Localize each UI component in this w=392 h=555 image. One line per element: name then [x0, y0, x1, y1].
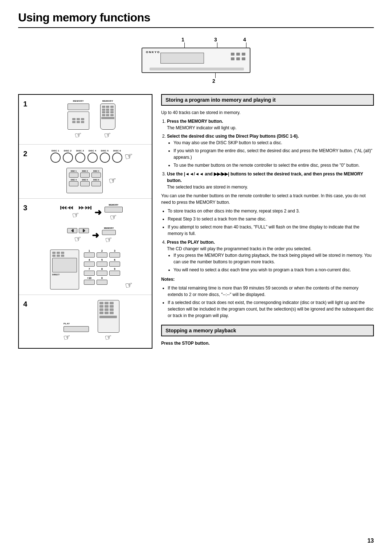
disc-btn-6: DISC 6 — [112, 150, 122, 163]
callout-line-3 — [217, 42, 217, 48]
storing-intro: Up to 40 tracks can be stored in memory. — [161, 109, 374, 116]
storing-section-header: Storing a program into memory and playin… — [161, 94, 374, 106]
step-4-section: 4 PLAY ☞ — [19, 295, 152, 347]
disc-btn-5: DISC 5 — [100, 150, 110, 163]
callout-2: 2 — [212, 78, 215, 84]
step-1-number: 1 — [23, 100, 32, 108]
step-4-detail: The CD changer will play the programmed … — [167, 246, 311, 251]
device-btn — [236, 57, 240, 60]
memory-label-step3b: MEMORY — [104, 227, 114, 229]
hand-pointer-2b: ☞ — [108, 175, 117, 185]
step-2-section: 2 DISC 1 DISC 2 DISC 3 — [19, 145, 152, 199]
arrow-right-1: ➜ — [94, 207, 102, 218]
disc-btn-3: DISC 3 — [75, 150, 85, 163]
callout-4: 4 — [243, 37, 246, 42]
hand-pointer-3a: ☞ — [72, 210, 80, 219]
device-body: ONKYO — [142, 48, 250, 73]
main-content: 1 MEMORY — [18, 94, 374, 349]
device-bottom-bar — [150, 68, 244, 70]
step-2-diagram: DISC 1 DISC 2 DISC 3 DISC 4 — [36, 150, 147, 193]
step-4-list: Press the PLAY button. The CD changer wi… — [161, 239, 374, 273]
step-3-diagram: / / — [36, 204, 147, 289]
storing-instructions: Up to 40 tracks can be stored in memory.… — [161, 109, 374, 319]
step-1-detail: The MEMORY indicator will light up. — [167, 125, 237, 130]
title-divider — [18, 27, 374, 28]
memory-btn-step3b — [102, 230, 116, 235]
stopping-instruction: Press the STOP button. — [161, 340, 374, 347]
hand-pointer-1a: ☞ — [74, 130, 83, 139]
memory-label-remote: MEMORY — [102, 100, 113, 102]
page-title: Using memory functions — [18, 11, 374, 24]
remote-step4 — [98, 300, 119, 333]
notes-list: If the total remaining time is more than… — [161, 285, 374, 319]
device-mini-step3: DIRECT — [50, 250, 79, 289]
device-buttons-right — [231, 53, 246, 61]
step3-extra-intro: You can use the number buttons on the re… — [161, 193, 374, 206]
step-2-bullets: You may also use the DISC SKIP button to… — [167, 139, 374, 169]
callout-1: 1 — [181, 37, 184, 42]
step3-device-keypad: DIRECT 1 2 — [36, 250, 147, 289]
step-1-li: Press the MEMORY button. The MEMORY indi… — [167, 118, 374, 131]
hand-pointer-3e: ☞ — [124, 280, 134, 290]
step-4-bullets: If you press the MEMORY button during pl… — [167, 252, 374, 273]
step-3-li: Use the |◄◄/◄◄ and ▶▶/▶▶| buttons to sel… — [167, 171, 374, 190]
memory-btn-device — [68, 104, 89, 110]
step-3-label: Use the |◄◄/◄◄ and ▶▶/▶▶| buttons to sel… — [167, 171, 363, 183]
step-2-label: Select the desired disc using the Direct… — [167, 134, 299, 139]
step-2-number: 2 — [23, 150, 32, 158]
disc-buttons-row: DISC 1 DISC 2 DISC 3 DISC 4 — [50, 150, 133, 163]
disc-btn-1: DISC 1 — [50, 150, 61, 163]
stop-bold: Press the STOP button. — [161, 341, 210, 346]
device-brand: ONKYO — [146, 50, 160, 54]
device-btn — [236, 53, 240, 56]
storing-title: Storing a program into memory and playin… — [166, 97, 275, 103]
note-1: If the total remaining time is more than… — [168, 285, 374, 298]
play-btn-main — [64, 326, 89, 332]
step-2-bullet-2: If you wish to program the entire disc, … — [173, 147, 374, 161]
step-4-diagram: PLAY ☞ — [36, 300, 147, 341]
step3-lower-row: ☞ ➜ MEMORY ☞ — [36, 227, 147, 244]
step-3-number: 3 — [23, 204, 32, 212]
device-btn — [242, 53, 245, 56]
step3-bullet-1: To store tracks on other discs into the … — [168, 208, 374, 214]
device-btn — [231, 53, 234, 56]
step-2-bullet-1: You may also use the DISC SKIP button to… — [173, 139, 374, 146]
memory-btn-step3a — [105, 207, 123, 212]
callout-line-2 — [215, 73, 216, 78]
note-2: If a selected disc or track does not exi… — [168, 299, 374, 319]
remote-mini-step2: DISC 1 DISC 2 DISC 3 — [66, 168, 103, 193]
step-1-label: Press the MEMORY button. — [167, 119, 223, 124]
hand-pointer-4b: ☞ — [104, 333, 113, 342]
step-1-diagram: MEMORY ☞ — [36, 100, 147, 139]
step-4-bullet-2: You will need to select a disc each time… — [173, 267, 374, 273]
callout-line-1 — [184, 42, 185, 48]
step3-extra-bullets: To store tracks on other discs into the … — [161, 208, 374, 237]
callout-3: 3 — [214, 37, 217, 42]
step3-bullet-2: Repeat Step 3 to select a track from the… — [168, 216, 374, 222]
step-4-li: Press the PLAY button. The CD changer wi… — [167, 239, 374, 273]
step-4-number: 4 — [23, 300, 32, 308]
disc-btn-4: DISC 4 — [87, 150, 98, 163]
arrow-right-2: ➜ — [92, 230, 99, 240]
device-btn — [242, 57, 245, 60]
memory-label-step3a: MEMORY — [109, 204, 119, 206]
play-label-unit: PLAY — [64, 323, 70, 325]
remote-step1 — [100, 104, 115, 130]
skip-back-btn: / — [60, 206, 73, 210]
hand-pointer-3b: ☞ — [109, 212, 118, 222]
device-illustration: 1 3 4 ONKYO 2 — [120, 37, 272, 84]
hand-pointer-2a: ☞ — [123, 151, 133, 162]
callout-line-4 — [246, 42, 246, 48]
page-number: 13 — [367, 538, 374, 544]
stopping-title: Stopping a memory playback — [166, 328, 236, 333]
stopping-instructions: Press the STOP button. — [161, 340, 374, 347]
step2-lower: DISC 1 DISC 2 DISC 3 — [66, 168, 117, 193]
stopping-section-header: Stopping a memory playback — [161, 325, 374, 336]
instructions-column: Storing a program into memory and playin… — [161, 94, 374, 349]
hand-pointer-3c: ☞ — [74, 234, 82, 243]
device-display — [160, 53, 204, 64]
hand-pointer-1b: ☞ — [103, 130, 112, 139]
step-2-li: Select the desired disc using the Direct… — [167, 133, 374, 169]
memory-label-device: MEMORY — [73, 100, 84, 102]
step-4-label: Press the PLAY button. — [167, 240, 215, 245]
